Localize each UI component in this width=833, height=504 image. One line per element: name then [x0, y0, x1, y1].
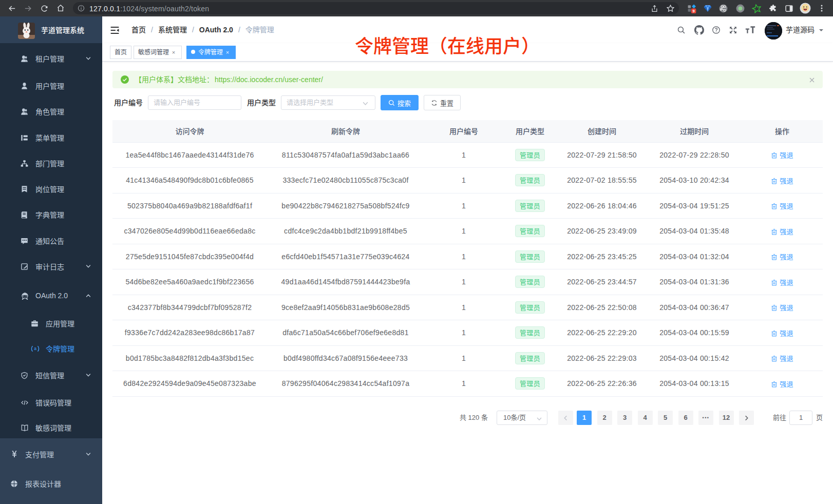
svg-text:a: a: [34, 346, 36, 351]
svg-text:9: 9: [693, 9, 695, 13]
